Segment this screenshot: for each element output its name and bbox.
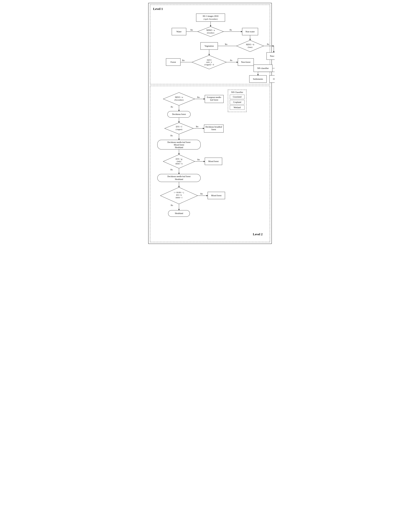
hj1-subtitle: (April–November) bbox=[204, 18, 217, 20]
dnf-ms-shrub3: Shrubland bbox=[175, 146, 183, 149]
svg-marker-8 bbox=[236, 40, 264, 52]
nn-classifier-title: NN Classifier bbox=[230, 91, 244, 94]
yes-label-ndvi-c: Yes bbox=[182, 59, 185, 61]
dnf-ms-shrub1: Deciduous needle-leaf forest bbox=[168, 141, 191, 143]
ndvi-b-condition: NDVI > b bbox=[246, 44, 254, 46]
rvi-condition: RVI >k bbox=[176, 194, 182, 196]
yes-label-evi-g: Yes bbox=[197, 159, 200, 161]
no-label-ndvi-c: No bbox=[230, 59, 232, 61]
forest-node: Forest bbox=[170, 61, 176, 63]
b3b1-condition: i < B3/B1 < j bbox=[174, 191, 184, 194]
ndwi-month: (October) bbox=[207, 32, 214, 34]
vegetation-node: Vegetation bbox=[205, 45, 214, 47]
yes-label-ndwi: Yes bbox=[190, 29, 193, 31]
yes-label-ndvi-b: Yes bbox=[225, 43, 227, 45]
evergreen-node: Evergreen needle- bbox=[207, 96, 222, 98]
nn-classifier-box: NN Classifier Grassland Cropland Wetland bbox=[228, 90, 246, 112]
ndvi-b-month: (June) bbox=[248, 46, 252, 48]
evi-g-month: (July) bbox=[177, 160, 181, 162]
level2-left: NDVI > e (November) Yes Evergreen needle… bbox=[153, 88, 225, 239]
mixed-forest2-node: Mixed forest bbox=[211, 195, 222, 197]
dns-shrub1: Deciduous needle-leaf forest bbox=[168, 175, 191, 178]
dem-l-condition: DEM < l bbox=[176, 197, 182, 199]
outer-container: Level 1 HJ-1 images 2010 (April–November… bbox=[148, 3, 272, 244]
no-label-b3b1: No bbox=[170, 204, 173, 206]
no-label-evi-f: No bbox=[170, 135, 173, 137]
ndvi-e-condition: NDVI > e bbox=[175, 96, 183, 98]
ndwi-condition: NDWI > a bbox=[206, 29, 215, 31]
nonforest-node: Non-forest bbox=[241, 61, 251, 63]
cropland-item: Cropland bbox=[230, 100, 244, 104]
yes-label-evi-f: Yes bbox=[196, 126, 198, 128]
evergreen-node2: leaf forest bbox=[210, 99, 218, 101]
dem-h-condition: DEM < h bbox=[175, 163, 183, 165]
level2-label: Level 2 bbox=[253, 232, 262, 236]
level2-right: NN Classifier Grassland Cropland Wetland… bbox=[228, 88, 267, 239]
deciduous-forest-node: Deciduous forest bbox=[172, 113, 186, 115]
yes-label-b3b1: Yes bbox=[200, 193, 203, 195]
dns-shrub2: Shrubland bbox=[175, 178, 183, 180]
mixed-forest1-node: Mixed forest bbox=[208, 160, 219, 162]
shrubland-node: Shrubland bbox=[175, 212, 183, 215]
yes-label-ndvi-e: Yes bbox=[197, 96, 200, 98]
evi-g-condition: EVI > g bbox=[176, 158, 182, 160]
ndvi-e-month: (November) bbox=[174, 99, 184, 101]
level1-label: Level 1 bbox=[153, 7, 267, 11]
no-label-ndwi: No bbox=[229, 29, 232, 31]
ndvi-c-condition: NDVI bbox=[207, 59, 212, 61]
svg-marker-2 bbox=[198, 27, 224, 37]
grassland-item: Grassland bbox=[230, 95, 244, 99]
level1-section: Level 1 HJ-1 images 2010 (April–November… bbox=[150, 5, 270, 84]
hj1-title: HJ-1 images 2010 bbox=[203, 15, 218, 17]
nonwater-node: Non-water bbox=[245, 30, 255, 33]
wetland-item: Wetland bbox=[230, 105, 244, 110]
level2-flowchart: NDVI > e (November) Yes Evergreen needle… bbox=[153, 88, 225, 239]
evi-f-month: (August) bbox=[176, 128, 182, 131]
dec-broadleaf1: Deciduous broadleaf bbox=[205, 126, 222, 128]
evi-f-condition: EVI > f bbox=[176, 126, 182, 128]
water-node: Water bbox=[176, 30, 181, 33]
nonvegetation-node: Non-vegetation bbox=[270, 55, 275, 57]
level1-flowchart: HJ-1 images 2010 (April–November) NDWI >… bbox=[153, 12, 275, 81]
level2-section: NDVI > e (November) Yes Evergreen needle… bbox=[150, 86, 270, 242]
ndvi-c-condition2: LBV_V bbox=[206, 61, 212, 63]
no-label-ndvi-b: No bbox=[267, 43, 269, 45]
no-label-evi-g: No bbox=[170, 169, 173, 171]
ndvi-c-condition3: (August) < d bbox=[204, 64, 214, 66]
dnf-ms-shrub2: Mixed forest bbox=[174, 144, 184, 146]
dec-broadleaf2: forest bbox=[211, 128, 216, 131]
otherland-node: Otherland bbox=[273, 78, 275, 80]
no-label-ndvi-e: No bbox=[170, 106, 173, 108]
nn-classifier-node: NN classifier bbox=[257, 67, 269, 69]
settlements-node: Settlements bbox=[253, 78, 263, 80]
